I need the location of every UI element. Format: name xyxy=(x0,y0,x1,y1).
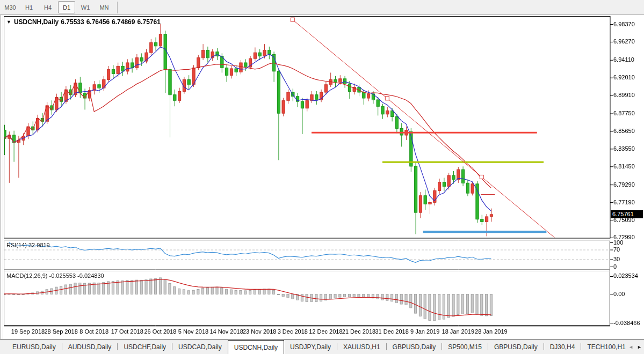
date-axis-label: 9 Jan 2019 xyxy=(410,328,439,335)
price-axis-label: 6.83550 xyxy=(613,145,635,152)
price-axis-label: 6.87750 xyxy=(613,110,635,116)
price-axis-label: 6.92010 xyxy=(613,74,635,80)
chart-tab-xauusd-6[interactable]: XAUUSD,H1 xyxy=(337,340,386,354)
ohlc-open: 6.75533 xyxy=(61,18,84,26)
rsi-axis-label: 30 xyxy=(613,256,620,262)
date-axis-label: 3 Dec 2018 xyxy=(278,328,308,335)
chart-tab-gbpusd-7[interactable]: GBPUSD,Daily xyxy=(387,340,442,354)
date-axis-label: 19 Sep 2018 xyxy=(11,328,45,335)
tab-scroll-left-icon[interactable]: ◄ xyxy=(628,344,633,350)
timeframe-toolbar: M30H1H4D1W1MN xyxy=(0,0,644,15)
macd-axis-label: 0.00 xyxy=(613,291,625,297)
rsi-pane-label: RSI(14) 32.9819 xyxy=(6,242,50,248)
macd-indicator-signal-value: -0.024830 xyxy=(77,272,104,279)
chart-tab-tech100-11[interactable]: TECH100,H1 xyxy=(581,340,631,354)
macd-axis-label: -0.038466 xyxy=(613,320,640,326)
macd-indicator-name: MACD(12,26,9) xyxy=(6,272,47,279)
date-axis-label: 28 Sep 2018 xyxy=(44,328,77,335)
mt4-window: M30H1H4D1W1MN ▼USDCNH,Daily6.755336.7645… xyxy=(0,0,644,354)
macd-pane-label: MACD(12,26,9) -0.025553 -0.024830 xyxy=(6,272,104,279)
chart-dropdown-icon[interactable]: ▼ xyxy=(6,19,11,25)
ohlc-close: 6.75761 xyxy=(137,18,160,26)
price-axis-label: 6.81450 xyxy=(613,163,635,169)
date-axis-label: 5 Nov 2018 xyxy=(178,328,208,335)
chart-tab-usdchf-2[interactable]: USDCHF,Daily xyxy=(118,340,172,354)
rsi-axis-label: 0 xyxy=(613,263,617,270)
date-axis-label: 17 Oct 2018 xyxy=(111,328,143,335)
date-axis-label: 14 Nov 2018 xyxy=(209,328,243,335)
timeframe-button-mn[interactable]: MN xyxy=(96,1,113,13)
macd-indicator-main-value: -0.025553 xyxy=(49,272,76,279)
timeframe-button-m30[interactable]: M30 xyxy=(2,1,19,13)
ohlc-high: 6.76456 xyxy=(86,18,110,26)
chart-tab-dj30-10[interactable]: DJ30,H4 xyxy=(544,340,581,354)
macd-axis-label: 0.023534 xyxy=(613,272,638,279)
chart-canvas[interactable] xyxy=(0,15,644,339)
date-axis-label: 31 Dec 2018 xyxy=(375,328,408,335)
price-axis-label: 6.89910 xyxy=(613,92,635,98)
date-axis-label: 26 Oct 2018 xyxy=(144,328,176,335)
chart-tab-audusd-1[interactable]: AUDUSD,Daily xyxy=(62,340,118,354)
rsi-axis-label: 70 xyxy=(613,246,620,253)
date-axis-label: 23 Nov 2018 xyxy=(243,328,276,335)
chart-tab-usdcad-3[interactable]: USDCAD,Daily xyxy=(172,340,228,354)
chart-symbol-label: USDCNH,Daily xyxy=(14,18,59,26)
tab-scroll-right-icon[interactable]: ► xyxy=(637,344,642,350)
toolbar-separator xyxy=(117,2,118,13)
date-axis-label: 21 Dec 2018 xyxy=(342,328,375,335)
chart-tab-eurusd-0[interactable]: EURUSD,Daily xyxy=(6,340,62,354)
timeframe-button-d1[interactable]: D1 xyxy=(58,1,75,13)
current-price-badge: 6.75761 xyxy=(611,210,643,218)
rsi-indicator-value: 32.9819 xyxy=(28,242,50,248)
chart-tab-usdjpy-5[interactable]: USDJPY,Daily xyxy=(284,340,337,354)
date-axis-label: 28 Jan 2019 xyxy=(475,328,508,335)
price-axis-label: 6.94110 xyxy=(613,56,634,63)
chart-tab-usdcnh-4[interactable]: USDCNH,Daily xyxy=(228,340,284,354)
price-axis-label: 6.77190 xyxy=(613,199,635,205)
chart-area: ▼USDCNH,Daily6.755336.764566.748696.7576… xyxy=(0,15,644,339)
chart-title: ▼USDCNH,Daily6.755336.764566.748696.7576… xyxy=(6,18,163,26)
date-axis-label: 12 Dec 2018 xyxy=(309,328,342,335)
chart-tab-bar: EURUSD,DailyAUDUSD,DailyUSDCHF,DailyUSDC… xyxy=(0,339,644,354)
tab-scroll-arrows: ◄► xyxy=(628,340,642,354)
ohlc-low: 6.74869 xyxy=(112,18,135,26)
timeframe-button-h1[interactable]: H1 xyxy=(20,1,38,13)
price-axis-label: 6.79290 xyxy=(613,181,635,188)
chart-tab-sp500-8[interactable]: SP500,M15 xyxy=(442,340,488,354)
timeframe-button-h4[interactable]: H4 xyxy=(39,1,56,13)
price-axis-label: 6.96270 xyxy=(613,38,635,45)
price-axis-label: 6.85650 xyxy=(613,128,635,134)
price-axis-label: 6.98370 xyxy=(613,21,635,27)
date-axis-label: 18 Jan 2019 xyxy=(442,328,475,335)
rsi-axis-label: 100 xyxy=(613,239,623,246)
rsi-indicator-name: RSI(14) xyxy=(6,242,27,248)
date-axis-label: 8 Oct 2018 xyxy=(79,328,108,335)
chart-tab-gbpusd-9[interactable]: GBPUSD,Daily xyxy=(488,340,544,354)
timeframe-button-w1[interactable]: W1 xyxy=(77,1,94,13)
